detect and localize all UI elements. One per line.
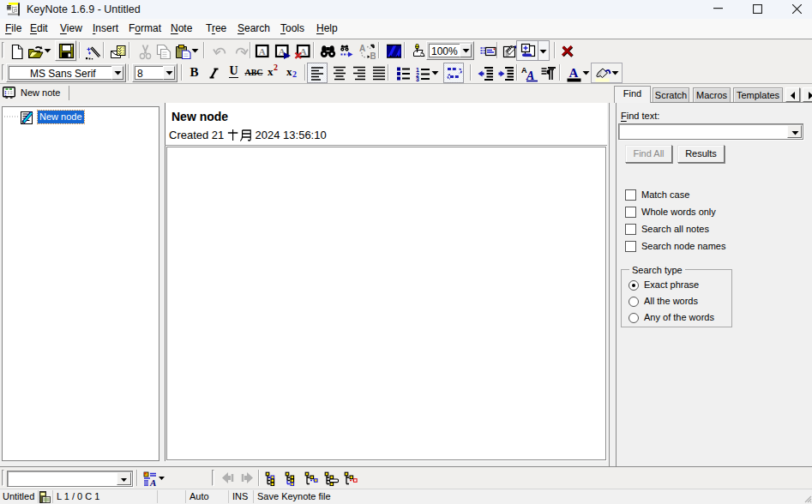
svg-text:A: A [300,46,307,57]
svg-text:A: A [569,66,579,80]
svg-text:A: A [149,477,156,488]
svg-text:A: A [359,44,365,53]
svg-text:B: B [370,51,376,60]
svg-text:A: A [259,46,266,57]
svg-text:3: 3 [416,76,419,81]
